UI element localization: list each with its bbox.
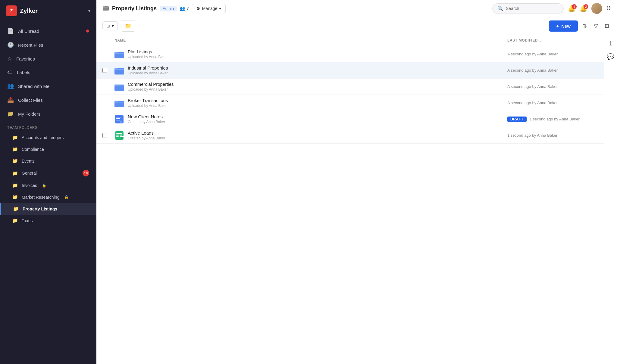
accounts-label: Accounts and Ledgers: [22, 135, 64, 140]
search-input[interactable]: [506, 6, 559, 11]
sub-broker: Uploaded by Anna Baker: [128, 104, 507, 108]
check-leads[interactable]: [102, 133, 107, 138]
modified-sort-arrow: ↓: [539, 38, 541, 43]
file-row-commercial-properties[interactable]: Commercial Properties Uploaded by Anna B…: [96, 79, 604, 95]
sidebar-item-compliance[interactable]: 📁 Compliance: [0, 143, 96, 155]
view-icon: ⊞: [106, 23, 110, 28]
user-avatar[interactable]: [591, 3, 602, 14]
comment-panel-icon[interactable]: 💬: [607, 53, 614, 60]
svg-rect-12: [116, 135, 119, 135]
sidebar-item-favorites[interactable]: ☆ Favorites: [0, 52, 96, 66]
notifications-button[interactable]: 🔔 1: [568, 5, 575, 12]
date-notes: 1 second ago by Anna Baker: [530, 117, 580, 121]
icon-col-industrial: [114, 66, 128, 75]
members-count: 7: [186, 6, 189, 11]
market-lock-icon: 🔒: [64, 195, 69, 199]
filter-button[interactable]: ▽: [592, 21, 600, 31]
icon-col-leads: [114, 131, 128, 140]
sidebar-item-shared-with-me[interactable]: 👥 Shared with Me: [0, 79, 96, 93]
name-plot: Plot Listings: [128, 49, 507, 54]
sidebar-item-events[interactable]: 📁 Events: [0, 155, 96, 167]
file-row-new-client-notes[interactable]: New Client Notes Created by Anna Baker D…: [96, 111, 604, 127]
meta-notes: DRAFT 1 second ago by Anna Baker: [507, 117, 598, 122]
sidebar-item-my-folders[interactable]: 📁 My Folders: [0, 107, 96, 121]
sidebar-item-recent-files[interactable]: 🕐 Recent Files: [0, 38, 96, 52]
new-label: New: [561, 23, 571, 29]
admin-badge: Admin: [160, 6, 177, 11]
sidebar-header: Z Zylker ▾: [0, 0, 96, 22]
labels-icon: 🏷: [7, 69, 13, 76]
sort-button[interactable]: ⇅: [581, 21, 589, 31]
icon-col-commercial: [114, 82, 128, 91]
name-commercial: Commercial Properties: [128, 82, 507, 87]
new-folder-button[interactable]: 📁: [121, 20, 135, 32]
alerts-button[interactable]: 🔔 2: [580, 5, 587, 12]
shared-with-me-label: Shared with Me: [18, 84, 49, 89]
draft-badge: DRAFT: [507, 117, 527, 122]
header-name-col: NAME: [114, 38, 507, 42]
breadcrumb-title: Property Listings: [112, 5, 157, 12]
check-col-industrial[interactable]: [102, 68, 114, 73]
app-name: Zylker: [20, 8, 38, 14]
app-logo-icon: Z: [6, 5, 17, 16]
market-folder-icon: 📁: [12, 194, 18, 200]
recent-files-icon: 🕐: [7, 42, 14, 48]
date-commercial: A second ago by Anna Baker: [507, 84, 558, 89]
info-plot: Plot Listings Uploaded by Anna Baker: [128, 49, 507, 59]
check-industrial[interactable]: [102, 68, 107, 73]
folder-icon: 📁: [125, 23, 131, 29]
taxes-label: Taxes: [22, 218, 33, 223]
sidebar-item-labels[interactable]: 🏷 Labels: [0, 66, 96, 79]
meta-leads: 1 second ago by Anna Baker: [507, 133, 598, 138]
sidebar-item-accounts-and-ledgers[interactable]: 📁 Accounts and Ledgers: [0, 132, 96, 143]
events-folder-icon: 📁: [12, 158, 18, 164]
general-badge: 10: [83, 170, 89, 176]
sidebar: Z Zylker ▾ 📄 All Unread 🕐 Recent Files ☆…: [0, 0, 96, 364]
sub-industrial: Uploaded by Anna Baker: [128, 71, 507, 75]
sidebar-item-taxes[interactable]: 📁 Taxes: [0, 215, 96, 226]
file-row-industrial-properties[interactable]: Industrial Properties Uploaded by Anna B…: [96, 62, 604, 79]
compliance-label: Compliance: [22, 147, 44, 152]
sidebar-nav: 📄 All Unread 🕐 Recent Files ☆ Favorites …: [0, 22, 96, 229]
info-notes: New Client Notes Created by Anna Baker: [128, 114, 507, 124]
meta-commercial: A second ago by Anna Baker: [507, 84, 598, 89]
sidebar-item-property-listings[interactable]: 📁 Property Listings: [0, 203, 96, 215]
view-toggle-button[interactable]: ⊞ ▾: [102, 21, 118, 30]
name-broker: Broker Transactions: [128, 98, 507, 103]
new-plus-icon: +: [556, 23, 559, 29]
sidebar-item-collect-files[interactable]: 📥 Collect Files: [0, 93, 96, 107]
date-leads: 1 second ago by Anna Baker: [507, 133, 557, 138]
file-row-active-leads[interactable]: Active Leads Created by Anna Baker 1 sec…: [96, 127, 604, 144]
collect-files-icon: 📥: [7, 97, 14, 103]
svg-rect-6: [116, 117, 121, 117]
search-box[interactable]: 🔍: [492, 3, 564, 14]
sidebar-item-general[interactable]: 📁 General 10: [0, 167, 96, 179]
manage-chevron-icon: ▾: [219, 6, 221, 11]
apps-grid-icon[interactable]: ⠿: [606, 5, 611, 12]
manage-button[interactable]: ⚙ Manage ▾: [192, 4, 226, 13]
sidebar-collapse-icon[interactable]: ▾: [88, 8, 90, 13]
new-button[interactable]: + New: [549, 20, 578, 32]
sub-commercial: Uploaded by Anna Baker: [128, 87, 507, 92]
all-unread-icon: 📄: [7, 28, 14, 34]
layout-button[interactable]: ⊞: [603, 21, 611, 31]
manage-label: Manage: [202, 6, 218, 11]
market-label: Market Researching: [22, 195, 59, 200]
sidebar-item-invoices[interactable]: 📁 Invoices 🔒: [0, 179, 96, 191]
file-row-broker-transactions[interactable]: Broker Transactions Uploaded by Anna Bak…: [96, 95, 604, 111]
property-label: Property Listings: [23, 207, 57, 211]
general-label: General: [22, 171, 37, 176]
svg-rect-13: [120, 135, 122, 135]
file-list: NAME LAST MODIFIED ↓ Plot Listings: [96, 35, 604, 364]
icon-col-notes: [114, 114, 128, 124]
topbar: Property Listings Admin 👥 7 ⚙ Manage ▾ 🔍…: [96, 0, 617, 17]
file-row-plot-listings[interactable]: Plot Listings Uploaded by Anna Baker A s…: [96, 46, 604, 62]
check-col-leads[interactable]: [102, 133, 114, 138]
sidebar-item-market-researching[interactable]: 📁 Market Researching 🔒: [0, 191, 96, 203]
invoices-lock-icon: 🔒: [42, 183, 46, 188]
info-commercial: Commercial Properties Uploaded by Anna B…: [128, 82, 507, 92]
folder-icon-broker: [114, 99, 124, 107]
sidebar-item-all-unread[interactable]: 📄 All Unread: [0, 24, 96, 38]
sort-icon: ⇅: [583, 23, 587, 29]
info-panel-icon[interactable]: ℹ: [609, 40, 612, 47]
